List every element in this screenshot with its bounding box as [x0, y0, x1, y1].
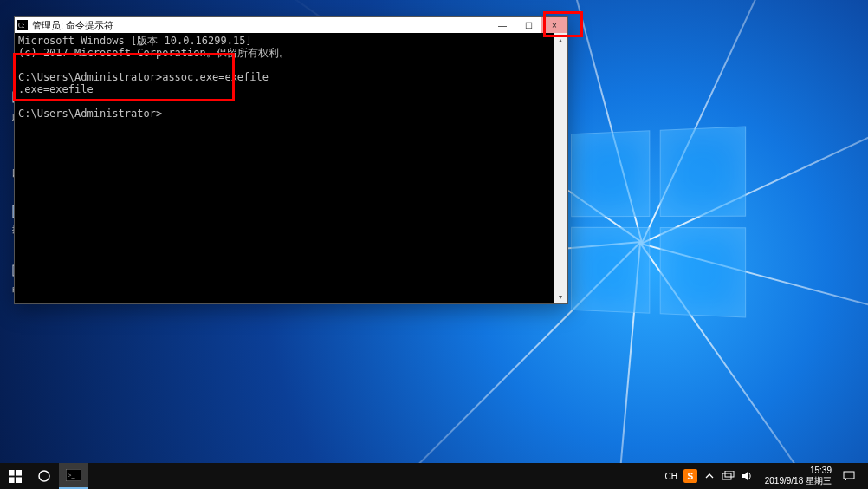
svg-text:>_: >_	[68, 472, 76, 479]
taskbar-app-cmd[interactable]: >_	[59, 463, 88, 489]
close-button[interactable]: ×	[541, 17, 567, 33]
minimize-button[interactable]: —	[489, 17, 515, 33]
svg-rect-7	[9, 470, 15, 476]
scroll-down-arrow[interactable]: ▾	[554, 290, 567, 303]
terminal-area[interactable]: Microsoft Windows [版本 10.0.16299.15] (c)…	[15, 33, 567, 303]
cmd-taskbar-icon: >_	[66, 469, 81, 481]
svg-point-11	[39, 471, 49, 481]
volume-icon[interactable]	[741, 469, 755, 483]
network-icon[interactable]	[722, 469, 735, 483]
action-center-icon[interactable]	[842, 469, 856, 483]
svg-text:C:: C:	[18, 22, 25, 29]
clock-time: 15:39	[810, 466, 832, 476]
terminal-output: Microsoft Windows [版本 10.0.16299.15] (c)…	[15, 33, 554, 303]
tray-chevron-up-icon[interactable]	[703, 469, 716, 483]
titlebar[interactable]: C: 管理员: 命令提示符 — ☐ ×	[15, 17, 567, 33]
maximize-button[interactable]: ☐	[515, 17, 541, 33]
svg-rect-9	[9, 477, 15, 483]
scroll-up-arrow[interactable]: ▴	[554, 33, 567, 47]
taskbar-clock[interactable]: 15:39 2019/9/18 星期三	[760, 466, 837, 486]
ime-indicator[interactable]: CH	[664, 469, 678, 483]
clock-date: 2019/9/18 星期三	[765, 476, 832, 486]
command-prompt-window[interactable]: C: 管理员: 命令提示符 — ☐ × Microsoft Windows [版…	[14, 16, 568, 304]
cortana-search-button[interactable]	[29, 463, 59, 489]
window-title: 管理员: 命令提示符	[30, 19, 489, 32]
start-button[interactable]	[0, 463, 29, 489]
desktop-wallpaper[interactable]: 此 回 控 电脑 C: 管理员: 命令提示符 — ☐ × Microsoft W…	[0, 0, 868, 489]
vertical-scrollbar[interactable]: ▴ ▾	[554, 33, 567, 303]
svg-rect-16	[844, 472, 854, 479]
cmd-icon: C:	[15, 20, 30, 30]
svg-rect-8	[16, 470, 22, 476]
circle-icon	[37, 469, 51, 483]
wallpaper-windows-logo	[571, 126, 746, 317]
windows-logo-icon	[9, 470, 22, 483]
sogou-ime-icon[interactable]: S	[683, 469, 697, 483]
taskbar[interactable]: >_ CH S 15:39 2019/9/18 星期三	[0, 463, 868, 489]
svg-rect-10	[16, 477, 22, 483]
system-tray[interactable]: CH S 15:39 2019/9/18 星期三	[664, 463, 868, 489]
